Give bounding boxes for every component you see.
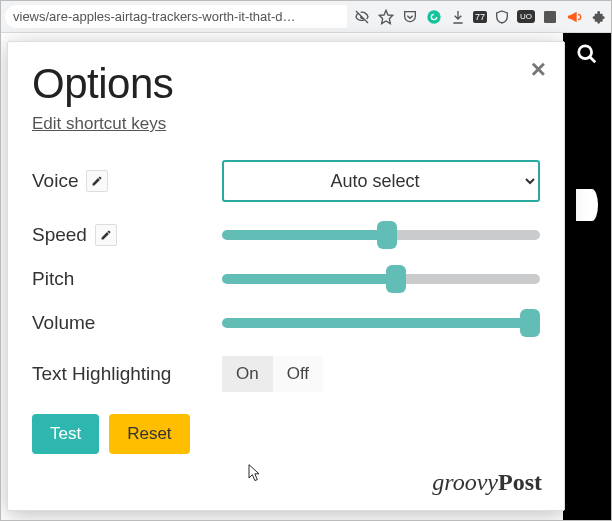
- url-fragment: views/are-apples-airtag-trackers-worth-i…: [5, 5, 347, 28]
- speed-slider[interactable]: [222, 230, 540, 240]
- svg-marker-0: [379, 10, 392, 23]
- brand-watermark: groovyPost: [432, 469, 542, 496]
- svg-point-1: [427, 10, 440, 23]
- counter-badge: 77: [473, 11, 487, 23]
- extensions-puzzle-icon[interactable]: [589, 8, 607, 26]
- search-icon[interactable]: [576, 43, 598, 69]
- speed-label: Speed: [32, 224, 87, 246]
- grammarly-icon[interactable]: [425, 8, 443, 26]
- row-speed: Speed: [32, 224, 540, 246]
- options-panel: × Options Edit shortcut keys Voice Auto …: [7, 41, 565, 511]
- ublock-badge-icon[interactable]: UO: [517, 10, 535, 23]
- action-buttons: Test Reset: [32, 414, 540, 454]
- download-badge-icon[interactable]: [449, 8, 467, 26]
- row-volume: Volume: [32, 312, 540, 334]
- highlighting-on-button[interactable]: On: [222, 356, 273, 392]
- pitch-label: Pitch: [32, 268, 74, 290]
- pencil-icon: [91, 175, 103, 187]
- row-voice: Voice Auto select: [32, 160, 540, 202]
- highlighting-label: Text Highlighting: [32, 363, 171, 385]
- edit-speed-button[interactable]: [95, 224, 117, 246]
- grid-icon[interactable]: [541, 8, 559, 26]
- highlighting-toggle: On Off: [222, 356, 540, 392]
- pencil-icon: [100, 229, 112, 241]
- shield-icon[interactable]: [493, 8, 511, 26]
- voice-select[interactable]: Auto select: [222, 160, 540, 202]
- megaphone-icon[interactable]: [565, 8, 583, 26]
- underlay-shape: [576, 189, 598, 221]
- edit-shortcuts-link[interactable]: Edit shortcut keys: [32, 114, 166, 134]
- volume-label: Volume: [32, 312, 95, 334]
- row-pitch: Pitch: [32, 268, 540, 290]
- brand-right: Post: [498, 469, 542, 495]
- eye-off-icon[interactable]: [353, 8, 371, 26]
- pitch-slider[interactable]: [222, 274, 540, 284]
- panel-title: Options: [32, 60, 540, 108]
- svg-line-4: [590, 57, 596, 63]
- test-button[interactable]: Test: [32, 414, 99, 454]
- close-icon[interactable]: ×: [531, 56, 546, 82]
- page-underlay-right: [563, 33, 611, 521]
- edit-voice-button[interactable]: [86, 170, 108, 192]
- svg-point-3: [579, 46, 592, 59]
- pocket-icon[interactable]: [401, 8, 419, 26]
- row-highlighting: Text Highlighting On Off: [32, 356, 540, 392]
- star-icon[interactable]: [377, 8, 395, 26]
- cursor-icon: [244, 462, 264, 488]
- volume-slider[interactable]: [222, 318, 540, 328]
- brand-left: groovy: [432, 469, 498, 495]
- svg-rect-2: [544, 11, 556, 23]
- highlighting-off-button[interactable]: Off: [273, 356, 323, 392]
- reset-button[interactable]: Reset: [109, 414, 189, 454]
- voice-label: Voice: [32, 170, 78, 192]
- browser-toolbar: views/are-apples-airtag-trackers-worth-i…: [1, 1, 611, 33]
